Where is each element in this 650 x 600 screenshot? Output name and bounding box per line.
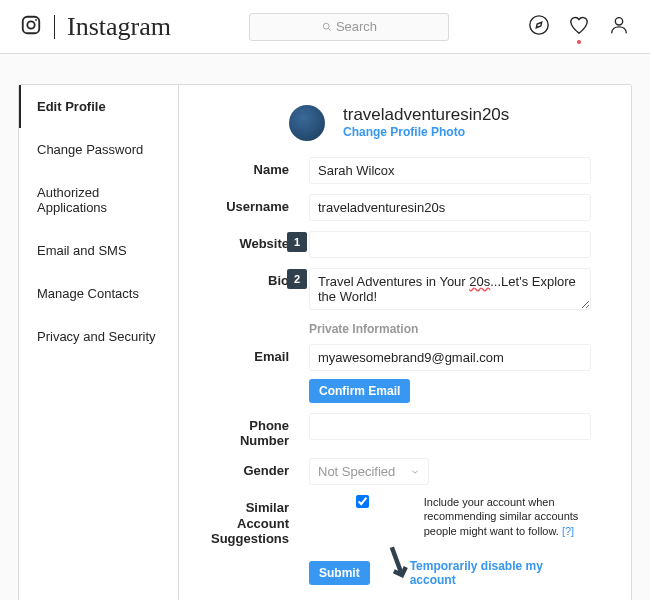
svg-point-7 — [615, 18, 622, 25]
private-info-heading: Private Information — [309, 322, 591, 336]
instagram-icon[interactable] — [20, 14, 42, 39]
similar-checkbox[interactable] — [309, 495, 416, 508]
settings-container: Edit Profile Change Password Authorized … — [18, 84, 632, 600]
edit-profile-form: traveladventuresin20s Change Profile Pho… — [179, 85, 631, 600]
profile-header: traveladventuresin20s Change Profile Pho… — [289, 105, 591, 141]
sidebar-item-privacy-security[interactable]: Privacy and Security — [19, 315, 178, 358]
name-input[interactable] — [309, 157, 591, 184]
website-input[interactable] — [309, 231, 591, 258]
similar-text: Include your account when recommending s… — [424, 495, 591, 538]
row-username: Username — [199, 194, 591, 221]
bio-input[interactable]: Travel Adventures in Your 20s...Let's Ex… — [309, 268, 591, 310]
label-phone: Phone Number — [199, 413, 309, 448]
row-bio: 2 Bio Travel Adventures in Your 20s...Le… — [199, 268, 591, 310]
confirm-email-button[interactable]: Confirm Email — [309, 379, 410, 403]
label-username: Username — [199, 194, 309, 214]
search-input[interactable]: Search — [249, 13, 449, 41]
row-name: Name — [199, 157, 591, 184]
annotation-callout-1: 1 — [287, 232, 307, 252]
profile-username: traveladventuresin20s — [343, 105, 509, 125]
svg-point-1 — [27, 21, 34, 28]
header-icons — [528, 14, 630, 39]
chevron-down-icon — [410, 467, 420, 477]
svg-marker-6 — [536, 22, 542, 28]
search-wrap: Search — [171, 13, 528, 41]
help-link[interactable]: [?] — [562, 525, 574, 537]
change-photo-link[interactable]: Change Profile Photo — [343, 125, 509, 139]
avatar[interactable] — [289, 105, 325, 141]
sidebar-item-manage-contacts[interactable]: Manage Contacts — [19, 272, 178, 315]
submit-button[interactable]: Submit — [309, 561, 370, 585]
username-input[interactable] — [309, 194, 591, 221]
gender-select[interactable]: Not Specified — [309, 458, 429, 485]
sidebar-item-authorized-apps[interactable]: Authorized Applications — [19, 171, 178, 229]
explore-icon[interactable] — [528, 14, 550, 39]
svg-line-4 — [328, 28, 331, 31]
profile-icon[interactable] — [608, 14, 630, 39]
sidebar-item-change-password[interactable]: Change Password — [19, 128, 178, 171]
label-email: Email — [199, 344, 309, 364]
svg-point-2 — [35, 19, 37, 21]
notification-dot — [577, 40, 581, 44]
activity-icon[interactable] — [568, 14, 590, 39]
row-similar: Similar Account Suggestions Include your… — [199, 495, 591, 547]
label-gender: Gender — [199, 458, 309, 478]
gender-value: Not Specified — [318, 464, 395, 479]
search-icon — [322, 22, 332, 32]
submit-row: Submit Temporarily disable my account — [309, 559, 591, 587]
logo-divider — [54, 15, 55, 39]
svg-point-3 — [323, 23, 329, 29]
label-similar: Similar Account Suggestions — [199, 495, 309, 547]
phone-input[interactable] — [309, 413, 591, 440]
email-input[interactable] — [309, 344, 591, 371]
svg-rect-0 — [23, 17, 40, 34]
svg-point-5 — [530, 16, 548, 34]
row-gender: Gender Not Specified — [199, 458, 591, 485]
sidebar-item-edit-profile[interactable]: Edit Profile — [19, 85, 178, 128]
sidebar-item-email-sms[interactable]: Email and SMS — [19, 229, 178, 272]
logo-group: Instagram — [20, 12, 171, 42]
settings-sidebar: Edit Profile Change Password Authorized … — [19, 85, 179, 600]
disable-account-link[interactable]: Temporarily disable my account — [410, 559, 591, 587]
instagram-wordmark[interactable]: Instagram — [67, 12, 171, 42]
row-website: 1 Website — [199, 231, 591, 258]
row-phone: Phone Number — [199, 413, 591, 448]
annotation-callout-2: 2 — [287, 269, 307, 289]
label-name: Name — [199, 157, 309, 177]
search-placeholder: Search — [336, 19, 377, 34]
row-email: Email Confirm Email — [199, 344, 591, 403]
top-header: Instagram Search — [0, 0, 650, 54]
